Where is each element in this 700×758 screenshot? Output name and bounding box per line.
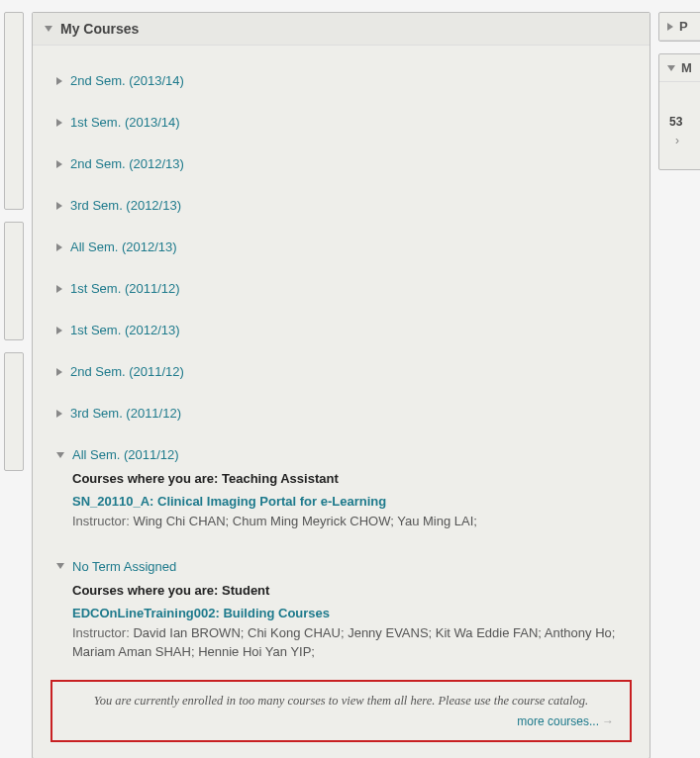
- right-panel-2: M 53 ›: [658, 53, 700, 170]
- right-sidebar-fragments: P M 53 ›: [658, 12, 700, 170]
- left-panel-stub-3: [4, 352, 24, 471]
- expand-icon: [56, 160, 62, 168]
- role-student: Courses where you are: Student: [72, 583, 626, 598]
- expand-icon: [56, 202, 62, 210]
- module-header[interactable]: My Courses: [33, 13, 650, 46]
- course-edconlinetraining002[interactable]: EDCOnLineTraining002: Building Courses: [72, 606, 330, 620]
- term-link[interactable]: No Term Assigned: [72, 559, 176, 574]
- term-1st-2011-12[interactable]: 1st Sem. (2011/12): [56, 271, 626, 299]
- term-link[interactable]: All Sem. (2011/12): [72, 447, 179, 462]
- right-panel-1-title: P: [679, 19, 688, 34]
- notice-text: You are currently enrolled in too many c…: [68, 694, 614, 709]
- term-noterm-content: Courses where you are: Student EDCOnLine…: [56, 583, 626, 662]
- term-no-term-assigned[interactable]: No Term Assigned: [56, 549, 626, 577]
- term-link[interactable]: All Sem. (2012/13): [70, 239, 177, 254]
- expand-icon: [56, 285, 62, 293]
- my-courses-module: My Courses 2nd Sem. (2013/14) 1st Sem. (…: [32, 12, 650, 758]
- expand-icon: [667, 23, 673, 31]
- left-panel-stub-2: [4, 222, 24, 340]
- expand-icon: [56, 119, 62, 127]
- right-panel-2-title: M: [681, 60, 692, 75]
- arrow-right-icon: →: [602, 714, 614, 728]
- expand-icon: [56, 77, 62, 85]
- left-sidebar-fragments: [4, 12, 24, 471]
- instructor-names: Wing Chi CHAN; Chum Ming Meyrick CHOW; Y…: [133, 514, 476, 528]
- term-all-2011-12[interactable]: All Sem. (2011/12): [56, 437, 626, 465]
- term-link[interactable]: 2nd Sem. (2012/13): [70, 156, 184, 171]
- course-sn-20110-a[interactable]: SN_20110_A: Clinical Imaging Portal for …: [72, 494, 386, 509]
- role-teaching-assistant: Courses where you are: Teaching Assistan…: [72, 471, 626, 486]
- term-link[interactable]: 2nd Sem. (2011/12): [70, 364, 184, 379]
- right-panel-2-header[interactable]: M: [659, 54, 700, 82]
- term-link[interactable]: 1st Sem. (2011/12): [70, 281, 180, 296]
- instructor-label: Instructor:: [72, 625, 130, 640]
- expand-icon: [56, 368, 62, 376]
- right-panel-2-body: 53 ›: [659, 82, 700, 169]
- term-link[interactable]: 1st Sem. (2012/13): [70, 323, 180, 337]
- collapse-icon: [45, 26, 52, 32]
- term-2nd-2013-14[interactable]: 2nd Sem. (2013/14): [56, 63, 626, 91]
- collapse-icon: [667, 65, 675, 71]
- term-1st-2012-13[interactable]: 1st Sem. (2012/13): [56, 313, 626, 340]
- collapse-icon: [56, 452, 64, 458]
- instructor-line: Instructor: David Ian BROWN; Chi Kong CH…: [72, 623, 626, 662]
- term-2nd-2012-13[interactable]: 2nd Sem. (2012/13): [56, 146, 626, 174]
- expand-icon: [56, 243, 62, 251]
- term-3rd-2011-12[interactable]: 3rd Sem. (2011/12): [56, 396, 626, 424]
- term-1st-2013-14[interactable]: 1st Sem. (2013/14): [56, 105, 626, 133]
- term-link[interactable]: 3rd Sem. (2012/13): [70, 198, 181, 213]
- more-courses-link[interactable]: more courses...→: [68, 714, 614, 728]
- term-2nd-2011-12[interactable]: 2nd Sem. (2011/12): [56, 354, 626, 382]
- collapse-icon: [56, 563, 64, 569]
- module-body: 2nd Sem. (2013/14) 1st Sem. (2013/14) 2n…: [33, 46, 650, 758]
- term-link[interactable]: 1st Sem. (2013/14): [70, 115, 180, 130]
- term-link[interactable]: 3rd Sem. (2011/12): [70, 406, 181, 421]
- right-panel-number: 53: [669, 113, 700, 132]
- instructor-names: David Ian BROWN; Chi Kong CHAU; Jenny EV…: [72, 625, 615, 660]
- instructor-line: Instructor: Wing Chi CHAN; Chum Ming Mey…: [72, 512, 626, 531]
- right-panel-1-header[interactable]: P: [659, 13, 700, 41]
- right-panel-1: P: [658, 12, 700, 42]
- instructor-label: Instructor:: [72, 514, 130, 528]
- term-link[interactable]: 2nd Sem. (2013/14): [70, 73, 184, 88]
- term-3rd-2012-13[interactable]: 3rd Sem. (2012/13): [56, 188, 626, 216]
- module-title: My Courses: [60, 21, 139, 37]
- expand-icon: [56, 327, 62, 334]
- too-many-courses-notice: You are currently enrolled in too many c…: [50, 680, 632, 742]
- more-courses-label: more courses...: [517, 714, 599, 728]
- left-panel-stub-1: [4, 12, 24, 210]
- expand-icon: [56, 410, 62, 418]
- term-all-2011-12-content: Courses where you are: Teaching Assistan…: [56, 471, 626, 531]
- term-all-2012-13[interactable]: All Sem. (2012/13): [56, 230, 626, 257]
